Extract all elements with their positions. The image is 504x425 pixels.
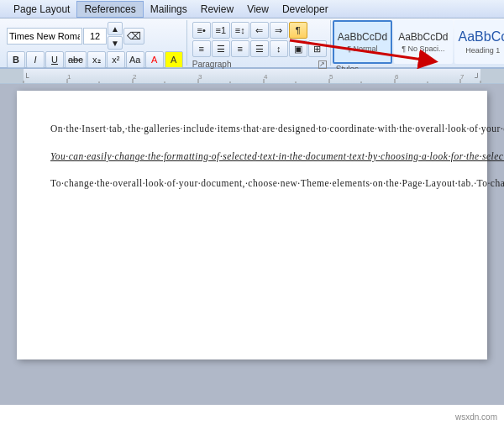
increase-indent-btn[interactable]: ⇒ xyxy=(270,22,288,39)
paragraph-controls: ≡• ≡1 ≡↕ ⇐ ⇒ ¶ ≡ ☰ ≡ ☰ ↕ ▣ ⊞ xyxy=(189,20,330,59)
menu-mailings[interactable]: Mailings xyxy=(144,2,194,17)
shading-btn[interactable]: ▣ xyxy=(289,40,307,57)
multilevel-list-btn[interactable]: ≡↕ xyxy=(231,22,249,39)
ruler: 1 2 3 4 5 6 7 └ ┘ xyxy=(0,69,504,84)
font-group: ▲ ▼ ⌫ B I U abc x₂ x² Aa A xyxy=(3,20,187,66)
paragraph-expand-icon[interactable]: ↗ xyxy=(318,60,327,69)
highlight-btn[interactable]: A xyxy=(165,51,183,68)
svg-text:7: 7 xyxy=(460,73,465,81)
border-btn[interactable]: ⊞ xyxy=(308,40,327,57)
style-nospace-preview: AaBbCcDd xyxy=(398,31,448,43)
svg-rect-4 xyxy=(480,69,504,84)
svg-text:2: 2 xyxy=(133,73,137,81)
style-h1-label: Heading 1 xyxy=(465,46,500,55)
font-name-row: ▲ ▼ ⌫ xyxy=(7,22,183,50)
style-normal-label: ¶ Normal xyxy=(347,45,377,53)
font-color-btn[interactable]: A xyxy=(145,51,164,68)
style-normal-btn[interactable]: AaBbCcDd ¶ Normal xyxy=(333,20,392,64)
superscript-btn[interactable]: x² xyxy=(107,51,125,68)
align-right-btn[interactable]: ≡ xyxy=(231,40,249,57)
clear-format-btn[interactable]: ⌫ xyxy=(123,28,144,45)
bullet-list-btn[interactable]: ≡• xyxy=(192,22,211,39)
styles-row: AaBbCcDd ¶ Normal AaBbCcDd ¶ No Spaci...… xyxy=(333,20,504,64)
strikethrough-btn[interactable]: abc xyxy=(65,51,87,68)
styles-group: AaBbCcDd ¶ Normal AaBbCcDd ¶ No Spaci...… xyxy=(333,20,504,66)
numbered-list-btn[interactable]: ≡1 xyxy=(212,22,230,39)
decrease-indent-btn[interactable]: ⇐ xyxy=(250,22,269,39)
show-hide-btn[interactable]: ¶ xyxy=(289,22,307,39)
svg-text:└: └ xyxy=(24,72,29,81)
font-size-increase-btn[interactable]: ▲ xyxy=(108,22,123,35)
menu-developer[interactable]: Developer xyxy=(276,2,335,17)
paragraph-group-label: Paragraph xyxy=(192,60,232,69)
menu-page-layout[interactable]: Page Layout xyxy=(7,2,76,17)
svg-text:3: 3 xyxy=(198,73,202,81)
bold-btn[interactable]: B xyxy=(7,51,25,68)
paragraph-group: ≡• ≡1 ≡↕ ⇐ ⇒ ¶ ≡ ☰ ≡ ☰ ↕ ▣ ⊞ xyxy=(189,20,331,66)
watermark: wsxdn.com xyxy=(455,412,497,422)
ruler-svg: 1 2 3 4 5 6 7 └ ┘ xyxy=(0,69,504,84)
ribbon-container: Page Layout References Mailings Review V… xyxy=(0,0,504,69)
change-case-btn[interactable]: Aa xyxy=(126,51,144,68)
document-page: On·the·Insert·tab,·the·galleries·include… xyxy=(17,91,487,359)
svg-text:┘: ┘ xyxy=(475,72,480,81)
paragraph-row1: ≡• ≡1 ≡↕ ⇐ ⇒ ¶ xyxy=(192,22,327,39)
subscript-btn[interactable]: x₂ xyxy=(87,51,106,68)
menu-bar: Page Layout References Mailings Review V… xyxy=(0,0,504,18)
justify-btn[interactable]: ☰ xyxy=(250,40,269,57)
style-nospace-btn[interactable]: AaBbCcDd ¶ No Spaci... xyxy=(394,20,452,64)
line-spacing-btn[interactable]: ↕ xyxy=(270,40,288,57)
style-h1-preview: AaBbCc xyxy=(459,29,505,45)
font-format-row: B I U abc x₂ x² Aa A A xyxy=(7,51,183,68)
paragraph-row2: ≡ ☰ ≡ ☰ ↕ ▣ ⊞ xyxy=(192,40,327,57)
style-normal-preview: AaBbCcDd xyxy=(338,31,387,43)
menu-view[interactable]: View xyxy=(240,2,276,17)
font-size-input[interactable] xyxy=(83,28,107,45)
svg-text:4: 4 xyxy=(264,73,268,81)
align-left-btn[interactable]: ≡ xyxy=(192,40,211,57)
svg-text:1: 1 xyxy=(67,73,71,81)
style-nospace-label: ¶ No Spaci... xyxy=(402,45,444,53)
paragraph-1: On·the·Insert·tab,·the·galleries·include… xyxy=(50,121,454,137)
svg-rect-3 xyxy=(0,69,24,84)
style-h1-btn[interactable]: AaBbCc Heading 1 xyxy=(454,20,505,64)
menu-references[interactable]: References xyxy=(76,1,143,18)
font-controls: ▲ ▼ ⌫ B I U abc x₂ x² Aa A xyxy=(3,20,186,70)
underline-btn[interactable]: U xyxy=(45,51,64,68)
document-area[interactable]: On·the·Insert·tab,·the·galleries·include… xyxy=(0,84,504,405)
italic-btn[interactable]: I xyxy=(26,51,45,68)
paragraph-3: To·change·the·overall·look·of·your·docum… xyxy=(50,176,454,191)
svg-text:6: 6 xyxy=(395,73,399,81)
font-size-decrease-btn[interactable]: ▼ xyxy=(108,36,123,50)
ribbon: ▲ ▼ ⌫ B I U abc x₂ x² Aa A xyxy=(0,18,504,69)
align-center-btn[interactable]: ☰ xyxy=(212,40,230,57)
font-name-input[interactable] xyxy=(7,28,82,45)
paragraph-2: You·can·easily·change·the·formatting·of·… xyxy=(50,149,454,165)
menu-review[interactable]: Review xyxy=(194,2,240,17)
svg-text:5: 5 xyxy=(329,73,333,81)
svg-rect-2 xyxy=(0,69,504,84)
ribbon-toolbar: ▲ ▼ ⌫ B I U abc x₂ x² Aa A xyxy=(0,18,504,67)
